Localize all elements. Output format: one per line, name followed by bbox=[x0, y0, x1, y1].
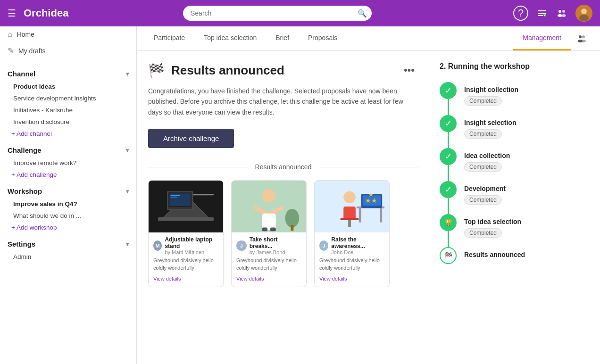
results-description: Congratulations, you have finished the c… bbox=[148, 86, 412, 117]
timeline-item-results: 🏁 Results announced bbox=[440, 247, 591, 271]
sidebar-item-what-should[interactable]: What should we do in ... bbox=[0, 210, 136, 222]
card-link-3[interactable]: View details bbox=[319, 276, 347, 281]
card-image-person bbox=[232, 181, 306, 232]
svg-rect-32 bbox=[291, 225, 293, 231]
sidebar-item-service-dev[interactable]: Service development insights bbox=[0, 92, 136, 104]
timeline-circle-1: ✓ bbox=[440, 82, 457, 99]
card-author-1: by Matti Mättinen bbox=[165, 249, 218, 255]
svg-text:★: ★ bbox=[368, 191, 374, 198]
card-link-2[interactable]: View details bbox=[236, 276, 264, 281]
tasks-icon-button[interactable] bbox=[537, 8, 547, 18]
right-panel: 2. Running the workshop ✓ Insight collec… bbox=[430, 51, 600, 364]
settings-chevron-icon: ▾ bbox=[126, 241, 129, 248]
sidebar-item-admin[interactable]: Admin bbox=[0, 251, 136, 263]
timeline-item-idea-collection: ✓ Idea collection Completed bbox=[440, 148, 591, 181]
sidebar-item-invention[interactable]: Invention disclosure bbox=[0, 116, 136, 128]
timeline-circle-4: ✓ bbox=[440, 181, 457, 198]
timeline-left-6: 🏁 bbox=[440, 247, 457, 271]
svg-rect-44 bbox=[340, 218, 359, 220]
sidebar-group-settings[interactable]: Settings ▾ bbox=[0, 233, 136, 251]
sidebar-item-product-ideas[interactable]: Product ideas bbox=[0, 81, 136, 92]
sidebar-item-drafts[interactable]: ✎ My drafts bbox=[0, 42, 136, 59]
challenge-chevron-icon: ▾ bbox=[126, 147, 129, 154]
workshop-group-label: Workshop bbox=[8, 187, 42, 195]
timeline-left-5: 🏆 bbox=[440, 214, 457, 247]
people-icon bbox=[556, 8, 567, 19]
help-icon-button[interactable]: ? bbox=[513, 6, 528, 21]
svg-rect-36 bbox=[380, 208, 382, 223]
search-container: 🔍 bbox=[183, 6, 372, 21]
add-workshop-button[interactable]: + Add workshop bbox=[0, 222, 136, 233]
timeline-right-5: Top idea selection Completed bbox=[464, 214, 591, 247]
sidebar-item-improve-sales[interactable]: Improve sales in Q4? bbox=[0, 198, 136, 210]
step-name-6: Results announced bbox=[464, 251, 591, 258]
card-image-laptop bbox=[149, 181, 223, 232]
sidebar-item-home[interactable]: ⌂ Home bbox=[0, 26, 136, 42]
content-area: 🏁 Results announced ••• Congratulations,… bbox=[137, 51, 600, 364]
drafts-icon: ✎ bbox=[8, 46, 14, 55]
card-author-3: John Doe bbox=[331, 249, 384, 255]
sidebar-group-challenge[interactable]: Challenge ▾ bbox=[0, 140, 136, 157]
results-title-group: 🏁 Results announced bbox=[148, 63, 284, 78]
avatar-image bbox=[575, 5, 592, 22]
search-input[interactable] bbox=[183, 6, 372, 21]
card-desc-2: Greyhound divisively hello coldly wonder… bbox=[236, 257, 301, 272]
home-icon: ⌂ bbox=[8, 30, 12, 39]
timeline-item-top-idea: 🏆 Top idea selection Completed bbox=[440, 214, 591, 247]
svg-rect-35 bbox=[359, 208, 361, 223]
app-logo: Orchidea bbox=[24, 7, 108, 19]
logo-text: Orchidea bbox=[24, 7, 68, 19]
svg-point-25 bbox=[262, 190, 275, 203]
card-desc-1: Greyhound divisively hello coldly wonder… bbox=[153, 257, 218, 272]
timeline-circle-5: 🏆 bbox=[440, 214, 457, 231]
people-icon-button[interactable] bbox=[556, 8, 567, 19]
step-badge-5: Completed bbox=[464, 228, 502, 238]
add-channel-button[interactable]: + Add channel bbox=[0, 128, 136, 140]
svg-rect-23 bbox=[170, 197, 177, 198]
illustration-svg: ★ ★ ★ bbox=[315, 181, 389, 232]
timeline-item-insight-collection: ✓ Insight collection Completed bbox=[440, 82, 591, 115]
card-laptop-stand: M Adjustable laptop stand by Matti Mätti… bbox=[148, 180, 224, 287]
svg-point-39 bbox=[343, 191, 356, 204]
tab-proposals[interactable]: Proposals bbox=[299, 26, 347, 50]
tab-management[interactable]: Management bbox=[513, 26, 571, 50]
tabs-bar: Participate Top idea selection Brief Pro… bbox=[137, 26, 600, 51]
sidebar-group-channel[interactable]: Channel ▾ bbox=[0, 63, 136, 81]
divider-line-right bbox=[319, 167, 418, 167]
timeline-right-1: Insight collection Completed bbox=[464, 82, 591, 115]
svg-point-9 bbox=[581, 8, 587, 14]
challenge-group-label: Challenge bbox=[8, 146, 42, 154]
sidebar: ⌂ Home ✎ My drafts Channel ▾ Product ide… bbox=[0, 26, 137, 364]
search-icon-button[interactable]: 🔍 bbox=[358, 9, 367, 18]
timeline-left-1: ✓ bbox=[440, 82, 457, 115]
hamburger-menu-button[interactable]: ☰ bbox=[8, 8, 16, 19]
sidebar-item-improve-remote[interactable]: Improve remote work? bbox=[0, 157, 136, 169]
topnav-actions: ? bbox=[513, 5, 592, 22]
card-avatar-1: M bbox=[153, 240, 162, 251]
svg-point-5 bbox=[562, 10, 565, 13]
timeline-item-insight-selection: ✓ Insight selection Completed bbox=[440, 115, 591, 148]
svg-rect-40 bbox=[343, 207, 356, 220]
timeline-line-5 bbox=[448, 231, 449, 247]
main-panel: 🏁 Results announced ••• Congratulations,… bbox=[137, 51, 430, 364]
tab-people-icon-button[interactable] bbox=[571, 30, 592, 48]
timeline-circle-6: 🏁 bbox=[440, 247, 457, 264]
tab-top-idea-selection[interactable]: Top idea selection bbox=[194, 26, 266, 50]
step-name-5: Top idea selection bbox=[464, 218, 591, 225]
more-options-button[interactable]: ••• bbox=[400, 62, 418, 78]
sidebar-item-initiatives[interactable]: Initiatives - Karlsruhe bbox=[0, 104, 136, 116]
card-avatar-2: J bbox=[236, 240, 247, 251]
sidebar-group-workshop[interactable]: Workshop ▾ bbox=[0, 181, 136, 198]
tasks-icon bbox=[537, 8, 547, 18]
archive-challenge-button[interactable]: Archive challenge bbox=[148, 129, 234, 148]
add-challenge-button[interactable]: + Add challenge bbox=[0, 169, 136, 181]
tab-participate[interactable]: Participate bbox=[144, 26, 194, 50]
avatar[interactable] bbox=[575, 5, 592, 22]
svg-point-11 bbox=[579, 35, 582, 38]
timeline-left-4: ✓ bbox=[440, 181, 457, 214]
card-link-1[interactable]: View details bbox=[153, 276, 181, 281]
tab-brief[interactable]: Brief bbox=[266, 26, 299, 50]
step-badge-4: Completed bbox=[464, 195, 502, 205]
svg-rect-28 bbox=[262, 214, 276, 230]
laptop-stand-svg bbox=[149, 181, 223, 232]
